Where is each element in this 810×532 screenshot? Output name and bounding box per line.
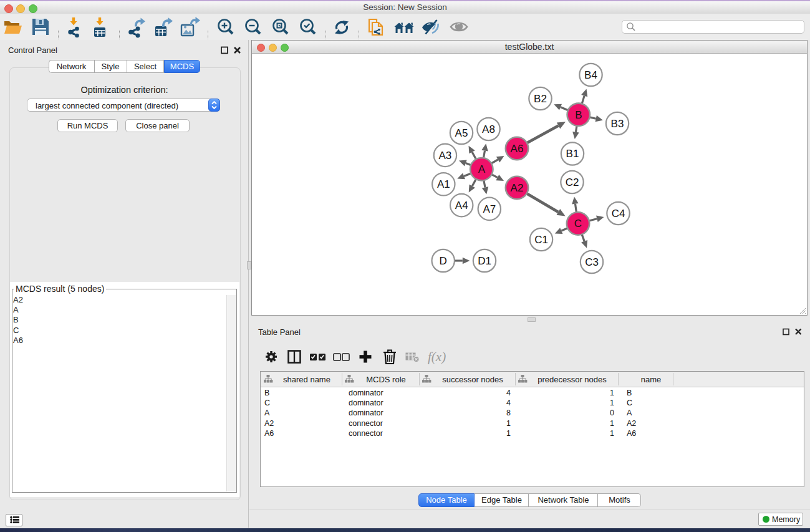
svg-text:C1: C1 [534,234,548,246]
svg-text:A6: A6 [511,143,524,155]
svg-text:B: B [575,109,582,121]
svg-text:A8: A8 [482,123,495,135]
svg-text:B3: B3 [611,118,624,130]
svg-text:A3: A3 [439,150,452,162]
svg-text:A2: A2 [511,182,524,194]
svg-text:B4: B4 [584,69,597,81]
svg-text:C: C [574,218,582,230]
svg-text:A7: A7 [483,203,496,215]
svg-text:A1: A1 [437,178,450,190]
svg-text:C3: C3 [585,256,599,268]
svg-text:D1: D1 [478,255,491,267]
svg-text:B1: B1 [566,148,579,160]
svg-text:f(x): f(x) [428,349,446,364]
svg-text:A5: A5 [455,127,468,139]
svg-text:D: D [440,255,447,267]
svg-text:B2: B2 [534,93,547,105]
svg-text:C4: C4 [612,208,625,220]
svg-text:A: A [478,163,486,175]
svg-text:C2: C2 [566,177,579,188]
svg-text:A4: A4 [455,200,468,211]
